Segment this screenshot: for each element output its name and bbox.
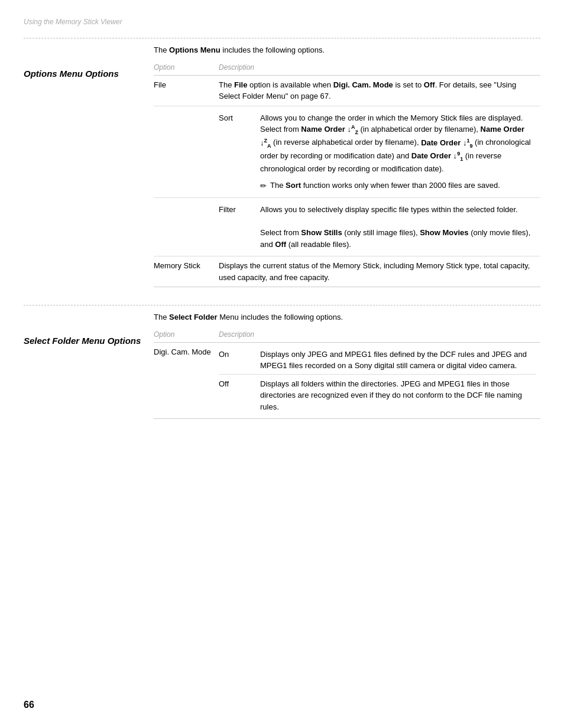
sort-sub-table: Sort Allows you to change the order in w… xyxy=(219,110,536,194)
section2-divider xyxy=(24,305,540,306)
section1-title-col: Options Menu Options xyxy=(24,44,154,287)
desc-sort: Sort Allows you to change the order in w… xyxy=(219,106,540,198)
desc-digi-cam: On Displays only JPEG and MPEG1 files de… xyxy=(219,342,540,419)
page-header: Using the Memory Stick Viewer xyxy=(24,18,540,26)
digi-cam-on-row: On Displays only JPEG and MPEG1 files de… xyxy=(219,346,536,375)
table-row-sort: Sort Allows you to change the order in w… xyxy=(154,106,540,198)
sf-header-row: Option Description xyxy=(154,327,540,343)
filter-label: Filter xyxy=(219,202,260,252)
section1-divider xyxy=(24,38,540,38)
sort-label: Sort xyxy=(219,110,260,194)
option-memory-stick: Memory Stick xyxy=(154,256,219,287)
table-header-row: Option Description xyxy=(154,60,540,76)
filter-sub-row: Filter Allows you to selectively display… xyxy=(219,202,536,252)
sort-note: ✏ The Sort function works only when fewe… xyxy=(260,180,536,192)
option-digi-cam: Digi. Cam. Mode xyxy=(154,342,219,419)
note-icon: ✏ xyxy=(260,180,267,192)
select-folder-table: Option Description Digi. Cam. Mode On Di… xyxy=(154,327,540,420)
option-file: File xyxy=(154,75,219,106)
table-row-digi-cam: Digi. Cam. Mode On Displays only JPEG an… xyxy=(154,342,540,419)
section1: Options Menu Options The Options Menu in… xyxy=(24,44,540,287)
section2-content: The Select Folder Menu includes the foll… xyxy=(154,311,540,419)
digi-cam-off-label: Off xyxy=(219,375,260,415)
col-header-option: Option xyxy=(154,60,219,76)
sf-col-header-option: Option xyxy=(154,327,219,343)
note-text: The Sort function works only when fewer … xyxy=(270,180,500,191)
table-row-memory-stick: Memory Stick Displays the current status… xyxy=(154,256,540,287)
table-row-file: File The File option is available when D… xyxy=(154,75,540,106)
section2-title: Select Folder Menu Options xyxy=(24,335,142,347)
section1-content: The Options Menu includes the following … xyxy=(154,44,540,287)
digi-cam-off-desc: Displays all folders within the director… xyxy=(260,375,536,415)
page: Using the Memory Stick Viewer Options Me… xyxy=(0,0,564,728)
digi-cam-sub-table: On Displays only JPEG and MPEG1 files de… xyxy=(219,346,536,415)
digi-cam-on-label: On xyxy=(219,346,260,375)
table-row-filter: Filter Allows you to selectively display… xyxy=(154,198,540,256)
desc-file: The File option is available when Digi. … xyxy=(219,75,540,106)
page-number: 66 xyxy=(24,700,34,710)
filter-sub-table: Filter Allows you to selectively display… xyxy=(219,202,536,252)
digi-cam-on-desc: Displays only JPEG and MPEG1 files defin… xyxy=(260,346,536,375)
sort-desc: Allows you to change the order in which … xyxy=(260,110,536,194)
options-table: Option Description File The File option … xyxy=(154,60,540,288)
desc-filter: Filter Allows you to selectively display… xyxy=(219,198,540,256)
desc-memory-stick: Displays the current status of the Memor… xyxy=(219,256,540,287)
section1-intro: The Options Menu includes the following … xyxy=(154,44,540,56)
section2: Select Folder Menu Options The Select Fo… xyxy=(24,311,540,419)
option-sort xyxy=(154,106,219,198)
section2-intro: The Select Folder Menu includes the foll… xyxy=(154,311,540,323)
section1-title: Options Menu Options xyxy=(24,68,142,80)
col-header-description: Description xyxy=(219,60,540,76)
header-text: Using the Memory Stick Viewer xyxy=(24,18,122,26)
digi-cam-off-row: Off Displays all folders within the dire… xyxy=(219,375,536,415)
option-filter xyxy=(154,198,219,256)
section2-title-col: Select Folder Menu Options xyxy=(24,311,154,419)
filter-desc: Allows you to selectively display specif… xyxy=(260,202,536,252)
sort-sub-row: Sort Allows you to change the order in w… xyxy=(219,110,536,194)
sf-col-header-desc: Description xyxy=(219,327,540,343)
